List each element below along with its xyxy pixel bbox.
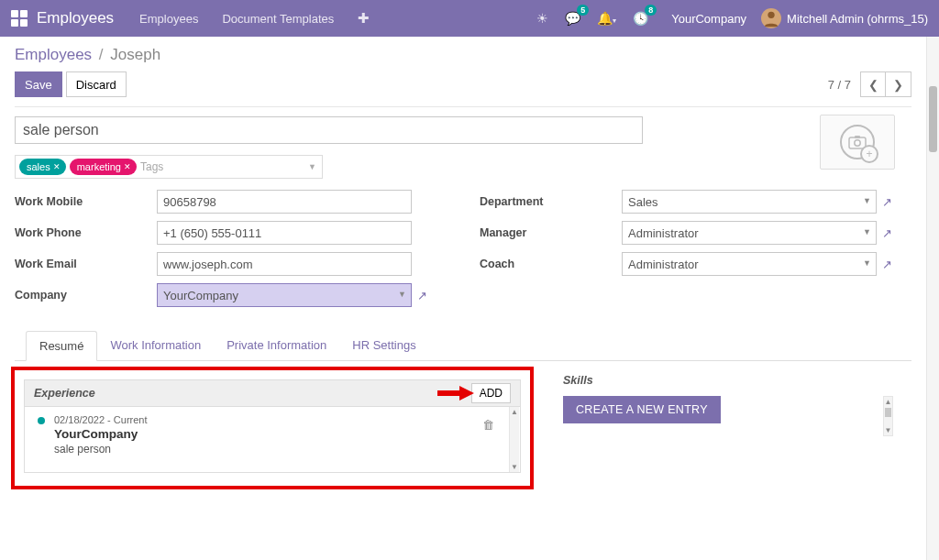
department-select[interactable] (622, 190, 877, 214)
tab-hr-settings[interactable]: HR Settings (339, 331, 428, 360)
tab-private-information[interactable]: Private Information (214, 331, 339, 360)
activities-badge: 8 (645, 5, 657, 16)
svg-rect-3 (855, 136, 860, 138)
tag-remove-icon[interactable]: ✕ (124, 162, 131, 171)
messages-badge: 5 (577, 5, 589, 16)
label-work-phone: Work Phone (15, 226, 157, 239)
save-button[interactable]: Save (15, 71, 62, 97)
tag-remove-icon[interactable]: ✕ (53, 162, 61, 171)
company-switcher[interactable]: YourCompany (671, 12, 746, 26)
work-mobile-input[interactable] (157, 190, 412, 214)
apps-icon[interactable] (11, 10, 28, 27)
svg-point-0 (768, 12, 774, 18)
svg-rect-1 (849, 137, 866, 148)
experience-list: 02/18/2022 - Current YourCompany sale pe… (24, 407, 521, 473)
app-brand[interactable]: Employees (37, 9, 114, 27)
label-work-mobile: Work Mobile (15, 195, 157, 208)
experience-header: Experience ADD (24, 379, 521, 407)
svg-rect-4 (437, 390, 459, 396)
svg-marker-5 (459, 386, 474, 401)
skills-section: Skills CREATE A NEW ENTRY ▲▼ (563, 374, 893, 436)
skills-title: Skills (563, 374, 893, 387)
pager-prev-icon[interactable]: ❮ (860, 71, 886, 97)
tab-resume[interactable]: Resumé (26, 331, 97, 361)
external-link-icon[interactable]: ↗ (417, 289, 427, 302)
user-name: Mitchell Admin (ohrms_15) (787, 12, 928, 26)
debug-icon[interactable]: ☀ (536, 11, 548, 26)
user-menu[interactable]: Mitchell Admin (ohrms_15) (761, 8, 928, 28)
label-work-email: Work Email (15, 258, 157, 270)
tags-input[interactable]: sales✕ marketing✕ Tags ▼ (15, 155, 323, 179)
messages-icon[interactable]: 💬5 (565, 11, 580, 26)
manager-select[interactable] (622, 221, 877, 245)
svg-point-2 (855, 140, 860, 146)
tag-marketing: marketing✕ (70, 159, 137, 175)
tags-placeholder: Tags (140, 160, 163, 173)
label-coach: Coach (480, 258, 622, 270)
nav-add-icon[interactable]: ✚ (358, 10, 370, 27)
entry-role: sale person (54, 443, 511, 456)
work-email-input[interactable] (157, 252, 412, 276)
create-skill-entry-button[interactable]: CREATE A NEW ENTRY (563, 396, 721, 423)
add-experience-button[interactable]: ADD (471, 383, 511, 403)
label-company: Company (15, 289, 157, 302)
coach-select[interactable] (622, 252, 877, 276)
discard-button[interactable]: Discard (66, 71, 127, 97)
external-link-icon[interactable]: ↗ (882, 258, 892, 271)
tag-sales: sales✕ (19, 159, 66, 175)
job-title-input[interactable] (15, 116, 643, 144)
action-bar: Save Discard 7 / 7 ❮ ❯ (15, 71, 911, 97)
experience-highlight: Experience ADD 02/18/2022 - Current Your… (11, 367, 534, 489)
breadcrumb-sep: / (99, 46, 104, 63)
external-link-icon[interactable]: ↗ (882, 226, 892, 240)
external-link-icon[interactable]: ↗ (882, 195, 892, 209)
avatar (761, 8, 781, 28)
page-scrollbar[interactable] (926, 37, 939, 560)
tab-work-information[interactable]: Work Information (97, 331, 214, 360)
caret-down-icon: ▼ (308, 162, 316, 171)
breadcrumb-root[interactable]: Employees (15, 46, 92, 63)
breadcrumb-current: Joseph (110, 46, 160, 63)
activities-icon[interactable]: 🕓8 (633, 11, 648, 26)
notifications-icon[interactable]: 🔔▾ (597, 11, 616, 26)
employee-photo-upload[interactable] (820, 115, 895, 170)
company-select[interactable] (157, 283, 412, 307)
timeline-dot-icon (38, 417, 45, 424)
experience-entry: 02/18/2022 - Current YourCompany sale pe… (38, 414, 511, 456)
label-manager: Manager (480, 226, 622, 239)
entry-org: YourCompany (54, 427, 511, 441)
trash-icon[interactable]: 🗑 (482, 418, 494, 432)
tabs: Resumé Work Information Private Informat… (15, 331, 911, 361)
experience-scrollbar[interactable]: ▲▼ (509, 407, 519, 472)
entry-dates: 02/18/2022 - Current (54, 414, 511, 425)
arrow-annotation-icon (436, 384, 474, 402)
camera-icon (840, 125, 875, 159)
nav-employees[interactable]: Employees (139, 12, 198, 26)
nav-document-templates[interactable]: Document Templates (222, 12, 334, 26)
topbar: Employees Employees Document Templates ✚… (0, 0, 939, 37)
label-department: Department (480, 195, 622, 208)
pager: 7 / 7 ❮ ❯ (828, 71, 911, 97)
pager-next-icon[interactable]: ❯ (886, 71, 911, 97)
skills-scrollbar[interactable]: ▲▼ (883, 396, 893, 436)
pager-count: 7 / 7 (828, 78, 851, 92)
work-phone-input[interactable] (157, 221, 412, 245)
breadcrumb: Employees / Joseph (15, 46, 911, 64)
experience-title: Experience (34, 387, 95, 400)
